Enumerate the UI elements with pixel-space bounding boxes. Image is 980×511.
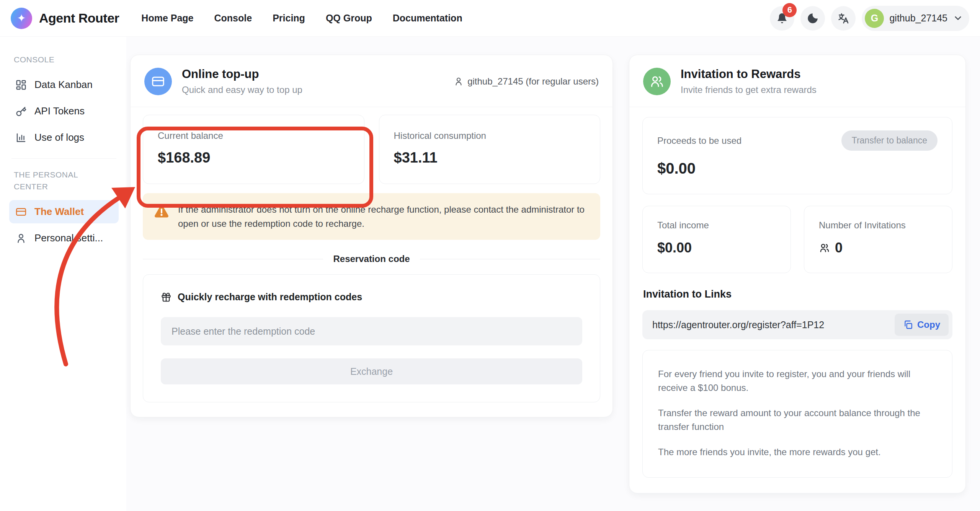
sidebar-item-label: API Tokens bbox=[34, 105, 85, 117]
invite-notes-box: For every friend you invite to register,… bbox=[642, 350, 952, 478]
redeem-title: Quickly recharge with redemption codes bbox=[178, 291, 362, 303]
copy-label: Copy bbox=[917, 319, 940, 330]
brand-name: Agent Router bbox=[39, 11, 119, 26]
users-icon bbox=[643, 68, 671, 95]
warning-icon bbox=[154, 203, 170, 220]
sidebar: CONSOLE Data Kanban API Tokens Use of lo… bbox=[0, 37, 126, 511]
transfer-to-balance-button[interactable]: Transfer to balance bbox=[841, 130, 938, 151]
user-icon bbox=[15, 233, 27, 244]
notification-badge: 6 bbox=[782, 3, 797, 17]
chevron-down-icon bbox=[953, 13, 963, 23]
reservation-code-label: Reservation code bbox=[333, 254, 410, 264]
users-small-icon bbox=[819, 242, 830, 254]
sidebar-item-label: Personal setti... bbox=[34, 232, 103, 244]
invite-note: For every friend you invite to register,… bbox=[658, 367, 937, 395]
historical-consumption-box: Historical consumption $31.11 bbox=[379, 115, 601, 184]
proceeds-value: $0.00 bbox=[657, 160, 938, 177]
invite-note: The more friends you invite, the more re… bbox=[658, 445, 937, 459]
sidebar-item-label: The Wallet bbox=[34, 206, 84, 218]
dark-mode-button[interactable] bbox=[800, 6, 825, 31]
wallet-icon bbox=[15, 206, 27, 218]
notifications-button[interactable]: 6 bbox=[770, 6, 794, 31]
invitation-rewards-card: Invitation to Rewards Invite friends to … bbox=[629, 55, 966, 493]
redemption-box: Quickly recharge with redemption codes E… bbox=[143, 274, 600, 402]
current-balance-value: $168.89 bbox=[158, 150, 350, 166]
current-balance-label: Current balance bbox=[158, 130, 350, 141]
user-small-icon bbox=[454, 76, 464, 86]
sidebar-item-use-of-logs[interactable]: Use of logs bbox=[9, 126, 119, 149]
historical-consumption-label: Historical consumption bbox=[394, 130, 586, 141]
invitation-links-title: Invitation to Links bbox=[643, 288, 952, 300]
nav-pricing[interactable]: Pricing bbox=[273, 13, 305, 24]
online-topup-card: Online top-up Quick and easy way to top … bbox=[130, 55, 613, 417]
topbar-actions: 6 G github_27145 bbox=[770, 6, 969, 31]
sidebar-item-data-kanban[interactable]: Data Kanban bbox=[9, 73, 119, 96]
proceeds-box: Proceeds to be used Transfer to balance … bbox=[642, 117, 952, 194]
current-balance-box: Current balance $168.89 bbox=[143, 115, 364, 184]
copy-link-button[interactable]: Copy bbox=[895, 314, 949, 336]
warning-text: If the administrator does not turn on th… bbox=[178, 202, 590, 231]
total-income-value: $0.00 bbox=[657, 240, 776, 256]
bar-chart-icon bbox=[15, 132, 27, 143]
sidebar-section-console: CONSOLE bbox=[14, 54, 94, 65]
invitations-label: Number of Invitations bbox=[819, 220, 938, 231]
sidebar-divider bbox=[11, 158, 116, 159]
avatar: G bbox=[865, 9, 884, 28]
sidebar-item-the-wallet[interactable]: The Wallet bbox=[9, 200, 119, 223]
nav-home-page[interactable]: Home Page bbox=[141, 13, 193, 24]
invite-note: Transfer the reward amount to your accou… bbox=[658, 406, 937, 434]
nav-qq-group[interactable]: QQ Group bbox=[326, 13, 372, 24]
topup-card-header: Online top-up Quick and easy way to top … bbox=[131, 55, 612, 107]
invite-subtitle: Invite friends to get extra rewards bbox=[681, 85, 817, 95]
reservation-code-divider: Reservation code bbox=[143, 254, 600, 264]
historical-consumption-value: $31.11 bbox=[394, 150, 586, 166]
invitations-count: 0 bbox=[835, 240, 843, 256]
content-area: Online top-up Quick and easy way to top … bbox=[126, 37, 980, 511]
admin-warning-banner: If the administrator does not turn on th… bbox=[143, 193, 600, 240]
user-menu[interactable]: G github_27145 bbox=[862, 6, 969, 31]
invite-title: Invitation to Rewards bbox=[681, 67, 817, 81]
invitation-link-url: https://agentrouter.org/register?aff=1P1… bbox=[652, 319, 895, 330]
proceeds-label: Proceeds to be used bbox=[657, 135, 742, 146]
key-icon bbox=[15, 106, 27, 117]
nav-console[interactable]: Console bbox=[214, 13, 252, 24]
credit-card-icon bbox=[144, 68, 172, 95]
main-nav: Home Page Console Pricing QQ Group Docum… bbox=[141, 13, 462, 24]
top-bar: ✦ Agent Router Home Page Console Pricing… bbox=[0, 0, 980, 37]
user-name: github_27145 bbox=[889, 13, 947, 24]
sidebar-item-personal-settings[interactable]: Personal setti... bbox=[9, 226, 119, 250]
translate-icon bbox=[837, 12, 849, 24]
sidebar-item-label: Use of logs bbox=[34, 132, 84, 143]
invitation-link-row: https://agentrouter.org/register?aff=1P1… bbox=[642, 310, 952, 339]
gift-icon bbox=[161, 292, 172, 303]
brand-logo-icon: ✦ bbox=[11, 8, 32, 29]
account-info: github_27145 (for regular users) bbox=[454, 76, 599, 87]
invite-card-header: Invitation to Rewards Invite friends to … bbox=[629, 55, 965, 107]
redemption-code-input[interactable] bbox=[161, 317, 582, 345]
copy-icon bbox=[903, 320, 913, 330]
exchange-button[interactable]: Exchange bbox=[161, 358, 582, 384]
account-text: github_27145 (for regular users) bbox=[467, 76, 599, 87]
topup-subtitle: Quick and easy way to top up bbox=[182, 85, 302, 95]
topup-title: Online top-up bbox=[182, 67, 302, 81]
sidebar-item-api-tokens[interactable]: API Tokens bbox=[9, 99, 119, 123]
language-button[interactable] bbox=[831, 6, 856, 31]
total-income-box: Total income $0.00 bbox=[642, 206, 791, 273]
kanban-icon bbox=[15, 79, 27, 91]
sidebar-item-label: Data Kanban bbox=[34, 79, 93, 91]
moon-icon bbox=[806, 12, 819, 25]
sidebar-section-personal-center: THE PERSONAL CENTER bbox=[14, 169, 94, 192]
total-income-label: Total income bbox=[657, 220, 776, 231]
invitations-box: Number of Invitations 0 bbox=[804, 206, 952, 273]
nav-documentation[interactable]: Documentation bbox=[393, 13, 462, 24]
